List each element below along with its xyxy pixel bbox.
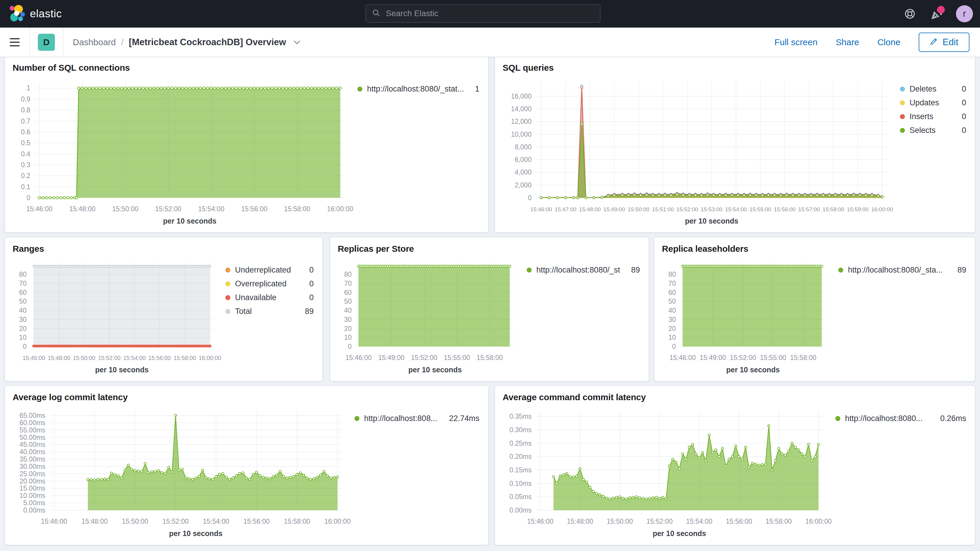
svg-text:15:56:00: 15:56:00	[726, 518, 752, 525]
svg-text:0: 0	[672, 343, 676, 350]
legend-dot	[835, 416, 840, 421]
chevron-down-icon[interactable]	[293, 40, 301, 45]
help-icon[interactable]	[903, 7, 916, 21]
svg-text:per 10 seconds: per 10 seconds	[652, 529, 706, 538]
legend-item[interactable]: Total89	[225, 307, 313, 316]
svg-text:15:49:00: 15:49:00	[700, 354, 726, 361]
svg-text:80: 80	[668, 271, 676, 278]
legend-item[interactable]: Underreplicated0	[225, 266, 313, 275]
svg-text:8,000: 8,000	[515, 143, 532, 151]
legend-series-value: 0	[955, 84, 966, 94]
global-search[interactable]	[366, 5, 600, 22]
svg-text:2,000: 2,000	[515, 181, 532, 189]
svg-text:30: 30	[668, 316, 676, 323]
ranges-chart[interactable]: 0102030405060708015:46:0015:48:0015:50:0…	[13, 255, 223, 377]
breadcrumb-dashboard[interactable]: Dashboard	[73, 37, 116, 47]
legend-dot	[225, 295, 230, 300]
legend-item[interactable]: Inserts0	[900, 112, 966, 121]
legend-dot	[527, 268, 532, 272]
svg-text:0.8: 0.8	[21, 106, 30, 114]
svg-text:15:52:00: 15:52:00	[676, 206, 698, 212]
legend-series-label: Updates	[910, 98, 939, 107]
svg-text:10: 10	[19, 334, 27, 341]
pencil-icon	[930, 37, 939, 48]
search-icon	[372, 8, 380, 19]
svg-text:0.10ms: 0.10ms	[509, 480, 531, 487]
svg-text:15:52:00: 15:52:00	[98, 355, 121, 361]
clone-link[interactable]: Clone	[877, 37, 900, 47]
svg-text:0.15ms: 0.15ms	[509, 466, 531, 474]
legend-item[interactable]: http://localhost:8080/_sta...89	[527, 266, 640, 275]
full-screen-link[interactable]: Full screen	[774, 37, 818, 47]
svg-text:15:49:00: 15:49:00	[378, 354, 405, 361]
legend-item[interactable]: http://localhost:8080/_sta...89	[838, 266, 966, 275]
sql-queries-chart[interactable]: 02,0004,0006,0008,00010,00012,00014,0001…	[503, 74, 897, 228]
svg-text:1: 1	[27, 84, 30, 92]
svg-text:15:58:00: 15:58:00	[173, 355, 196, 361]
elastic-brand[interactable]: elastic	[8, 0, 62, 27]
legend-series-label: http://localhost:8080/_sta...	[536, 266, 620, 275]
svg-text:15:58:00: 15:58:00	[790, 354, 816, 361]
svg-text:0.7: 0.7	[21, 117, 30, 125]
svg-text:0: 0	[348, 343, 352, 350]
svg-text:0.25ms: 0.25ms	[509, 440, 531, 447]
user-avatar[interactable]: r	[956, 5, 973, 22]
svg-text:15:54:00: 15:54:00	[203, 518, 229, 525]
svg-text:15:48:00: 15:48:00	[69, 205, 95, 213]
svg-text:15:54:00: 15:54:00	[686, 518, 713, 525]
legend: Deletes0Updates0Inserts0Selects0	[897, 74, 967, 228]
svg-text:70: 70	[19, 280, 27, 287]
svg-text:80: 80	[19, 271, 27, 278]
legend-dot	[357, 86, 363, 92]
dashboard-app-badge[interactable]: D	[38, 34, 55, 51]
svg-text:15:46:00: 15:46:00	[22, 355, 45, 361]
command-commit-latency-chart[interactable]: 0.00ms0.05ms0.10ms0.15ms0.20ms0.25ms0.30…	[503, 403, 832, 541]
legend-series-value: 22.74ms	[442, 414, 479, 423]
svg-text:30.00ms: 30.00ms	[19, 463, 45, 470]
svg-text:50.00ms: 50.00ms	[19, 434, 45, 441]
svg-text:per 10 seconds: per 10 seconds	[726, 366, 780, 374]
legend-dot	[900, 86, 905, 92]
svg-text:15:46:00: 15:46:00	[26, 205, 52, 213]
legend-item[interactable]: Unavailable0	[225, 293, 313, 302]
svg-text:20: 20	[668, 325, 676, 333]
replica-leaseholders-chart[interactable]: 0102030405060708015:46:0015:49:0015:52:0…	[662, 255, 835, 377]
svg-text:16:00:00: 16:00:00	[805, 518, 832, 525]
legend-item[interactable]: Selects0	[900, 126, 966, 135]
legend-item[interactable]: http://localhost:8080/_stat...1	[357, 84, 479, 94]
svg-text:0.30ms: 0.30ms	[509, 426, 531, 434]
legend-series-value: 0	[955, 98, 966, 107]
svg-text:70: 70	[668, 280, 676, 287]
legend-dot	[225, 281, 230, 287]
replicas-per-store-chart[interactable]: 0102030405060708015:46:0015:49:0015:52:0…	[338, 255, 524, 377]
legend-item[interactable]: http://localhost:808...22.74ms	[355, 414, 479, 423]
legend-item[interactable]: Deletes0	[900, 84, 966, 94]
svg-text:80: 80	[344, 271, 352, 278]
share-link[interactable]: Share	[836, 37, 859, 47]
svg-text:14,000: 14,000	[511, 105, 531, 113]
svg-text:15.00ms: 15.00ms	[19, 484, 45, 492]
menu-icon[interactable]	[0, 27, 29, 57]
sql-connections-chart[interactable]: 00.10.20.30.40.50.60.70.80.9115:46:0015:…	[13, 74, 355, 228]
svg-text:35.00ms: 35.00ms	[19, 455, 45, 463]
svg-text:15:54:00: 15:54:00	[198, 205, 224, 213]
legend-series-value: 0	[955, 112, 966, 121]
svg-text:per 10 seconds: per 10 seconds	[95, 366, 148, 374]
svg-text:15:46:00: 15:46:00	[41, 518, 67, 525]
legend-dot	[838, 268, 843, 272]
legend-item[interactable]: http://localhost:8080...0.26ms	[835, 414, 966, 423]
svg-text:16:00:00: 16:00:00	[199, 355, 221, 361]
svg-text:0.4: 0.4	[21, 150, 30, 158]
svg-text:15:50:00: 15:50:00	[628, 206, 649, 212]
legend-item[interactable]: Overreplicated0	[225, 279, 313, 288]
log-commit-latency-chart[interactable]: 0.00ms5.00ms10.00ms15.00ms20.00ms25.00ms…	[13, 403, 352, 541]
newsfeed-icon[interactable]	[929, 7, 943, 21]
search-input[interactable]	[385, 8, 594, 19]
edit-button[interactable]: Edit	[919, 33, 969, 52]
svg-text:15:56:00: 15:56:00	[243, 518, 270, 525]
svg-text:0.1: 0.1	[21, 183, 30, 191]
legend-item[interactable]: Updates0	[900, 98, 966, 107]
elastic-logo-icon	[8, 5, 25, 23]
svg-text:5.00ms: 5.00ms	[23, 499, 45, 507]
panel-title: Average log commit latency	[13, 392, 480, 402]
